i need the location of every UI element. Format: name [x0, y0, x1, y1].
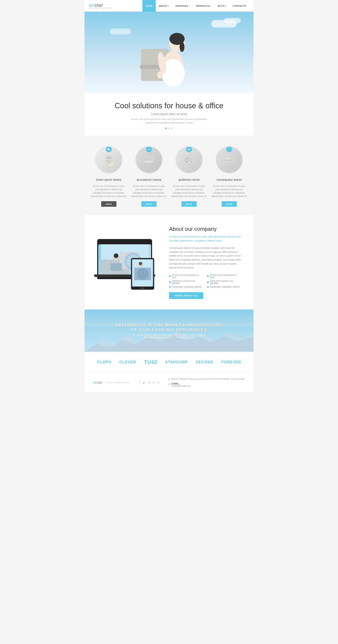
feature-card-4: consequatur autum At vero eos et accusam… [211, 146, 247, 207]
svg-rect-36 [189, 158, 193, 158]
about-body: Corrupti quos dolores et quas molestias … [169, 246, 241, 270]
svg-rect-37 [189, 159, 193, 160]
banner-section: RELIABILITY IS THE MAIN CHARACTERISTICOF… [85, 310, 253, 352]
svg-rect-50 [111, 263, 122, 271]
svg-point-5 [180, 42, 184, 52]
brands-section: CLOPO CLEVER TU42 STARCORP SECOND FOREVE… [85, 352, 253, 372]
feature-title-1: lorem ipsum dolore [91, 178, 127, 182]
feature-badge-3 [186, 146, 192, 152]
nav-home[interactable]: HOME [142, 0, 156, 12]
brand-tu42: TU42 [144, 359, 157, 365]
footer-contact: ● 9870 ST VINCENT PLACE, GLASGOW, DC 45 … [168, 378, 245, 387]
footer-copy: © 2014 • PRIVACY POLICY [107, 382, 130, 384]
footer-email-block: E-MAIL... contact@demolink.org [172, 382, 191, 387]
nav-blog[interactable]: BLOG ◆ [215, 0, 230, 12]
svg-point-12 [108, 160, 109, 162]
brand-second: SECOND [196, 360, 213, 364]
footer-google[interactable]: g+ [142, 381, 146, 384]
feature-btn-3[interactable]: more [181, 201, 197, 207]
tablet-screen [132, 259, 153, 286]
about-list-item-3: Dignissimos ducimus qui blanditiis [169, 280, 203, 284]
features-section: lorem ipsum dolore At vero eos et accusa… [85, 136, 253, 215]
brand-clopo: CLOPO [97, 360, 112, 364]
nav-products[interactable]: PRODUCTS ◆ [193, 0, 215, 12]
feature-btn-1[interactable]: more [101, 201, 117, 207]
gear-icon [107, 148, 110, 151]
main-nav: HOME ABOUT ◆ SERVICES ◆ PRODUCTS ◆ BLOG … [142, 0, 249, 12]
about-list-item-5: Raeserdium voluptatum deleniti [169, 286, 203, 288]
feature-badge-4 [226, 146, 232, 152]
feature-text-2: At vero eos et accusamus et iusto odio d… [131, 184, 167, 198]
svg-line-30 [190, 148, 190, 149]
hero-title: Cool solutions for house & office [89, 101, 249, 110]
nav-services[interactable]: SERVICES ◆ [172, 0, 193, 12]
feature-text-3: At vero eos et accusamus et iusto odio d… [171, 184, 207, 198]
about-section: About our company At vero eos et accusam… [85, 215, 253, 310]
footer-email-label: E-MAIL... [172, 382, 191, 385]
wall-ac-illustration [223, 154, 235, 166]
brand-forever: FOREVER [221, 360, 241, 364]
about-title: About our company [169, 226, 241, 232]
feature-text-4: At vero eos et accusamus et iusto odio d… [211, 184, 247, 198]
feature-btn-4[interactable]: more [222, 201, 237, 207]
feature-btn-2[interactable]: more [141, 201, 157, 207]
feature-card-3: quidemos rerum At vero eos et accusamus … [171, 146, 207, 207]
about-highlight: At vero eos et accusamus et iusto odio d… [169, 235, 241, 243]
footer-address-text: 9870 ST VINCENT PLACE, GLASGOW, DC 45 FR… [172, 378, 245, 380]
about-content: About our company At vero eos et accusam… [169, 226, 241, 299]
location-icon: ● [168, 378, 170, 381]
remote-illustration [103, 154, 115, 166]
banner-title: RELIABILITY IS THE MAIN CHARACTERISTICOF… [115, 323, 223, 332]
svg-point-8 [157, 71, 163, 78]
svg-rect-22 [145, 161, 153, 162]
feature-image-3 [175, 146, 203, 174]
tablet-shape [131, 258, 154, 290]
dot-2[interactable] [168, 128, 170, 129]
feature-title-4: consequatur autum [211, 178, 247, 182]
footer-pinterest[interactable]: p [153, 381, 154, 384]
feature-badge-2: ❄ [146, 146, 152, 152]
brand-starcorp: STARCORP [165, 360, 188, 364]
header: airstar AIR CONDITIONING CO. HOME ABOUT … [85, 0, 253, 12]
footer-facebook[interactable]: f [139, 381, 140, 384]
about-list-item-6: Raeserdium voluptatum deleniti [207, 286, 241, 288]
footer-left: airstar © 2014 • PRIVACY POLICY [93, 381, 130, 384]
svg-point-13 [110, 160, 111, 162]
svg-rect-44 [225, 160, 233, 161]
nav-contacts[interactable]: CONTACTS [230, 0, 249, 12]
svg-rect-41 [225, 160, 233, 160]
svg-rect-18 [144, 157, 154, 161]
tablet-screen-content [132, 259, 153, 286]
svg-rect-20 [144, 160, 154, 160]
feature-card-1: lorem ipsum dolore At vero eos et accusa… [91, 146, 127, 207]
footer-logo: airstar [93, 381, 102, 384]
feature-image-4 [215, 146, 243, 174]
hero-subtitle: Lorem ipsum dolor sit amet [89, 112, 249, 116]
cloud-3 [110, 28, 131, 34]
footer-linkedin[interactable]: in [157, 381, 159, 384]
svg-point-35 [186, 159, 188, 161]
hero-section [85, 12, 253, 93]
about-more-btn[interactable]: MORE ABOUT US [169, 292, 203, 299]
svg-rect-10 [106, 157, 111, 159]
feature-image-2: ❄ [135, 146, 163, 174]
footer-address: ● 9870 ST VINCENT PLACE, GLASGOW, DC 45 … [168, 378, 245, 381]
footer-social: f g+ ⊙ p in [139, 381, 159, 384]
logo: airstar AIR CONDITIONING CO. [89, 2, 112, 9]
dot-1[interactable] [165, 128, 167, 129]
svg-point-57 [139, 262, 142, 265]
svg-line-31 [188, 150, 188, 150]
footer-logo-air: air [93, 381, 97, 384]
svg-text:❄: ❄ [148, 148, 150, 150]
banner-text: RELIABILITY IS THE MAIN CHARACTERISTICOF… [115, 323, 223, 339]
nav-about[interactable]: ABOUT ◆ [156, 0, 172, 12]
footer-rss[interactable]: ⊙ [148, 381, 150, 384]
svg-point-55 [137, 268, 149, 280]
feature-card-2: ❄ accusamus massa At vero eos et accusam… [131, 146, 167, 207]
moon-icon [228, 148, 231, 151]
hero-illustration [129, 17, 209, 93]
dot-3[interactable] [171, 128, 173, 129]
about-list-item-1: At vero eos et accusamus et iusto [169, 274, 203, 278]
brand-clever: CLEVER [119, 360, 136, 364]
cloud-2 [224, 18, 241, 23]
